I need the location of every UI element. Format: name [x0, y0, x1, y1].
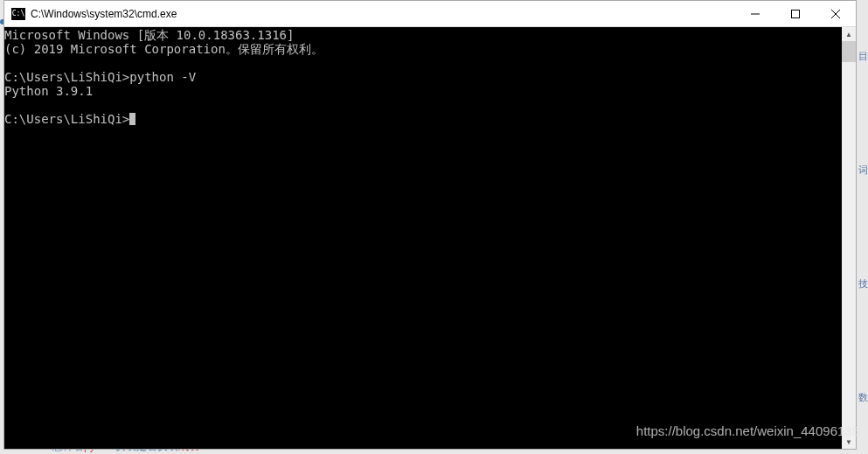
- hint-1: 词: [858, 164, 868, 177]
- cmd-window: C:\ C:\Windows\system32\cmd.exe Microsof…: [3, 0, 857, 450]
- background-right-hints: 目 词 技 数: [858, 0, 868, 454]
- maximize-icon: [791, 10, 800, 18]
- scroll-down-button[interactable]: ▼: [842, 435, 856, 449]
- console-line-4: C:\Users\LiShiQi>python -V: [4, 70, 196, 84]
- hint-0: 目: [858, 50, 868, 63]
- minimize-button[interactable]: [735, 1, 775, 26]
- console-wrap: Microsoft Windows [版本 10.0.18363.1316] (…: [4, 27, 856, 449]
- cursor: [129, 113, 135, 125]
- minimize-icon: [751, 10, 760, 18]
- scroll-up-button[interactable]: ▲: [842, 27, 856, 41]
- console-output[interactable]: Microsoft Windows [版本 10.0.18363.1316] (…: [4, 27, 842, 449]
- console-line-2: (c) 2019 Microsoft Corporation。保留所有权利。: [4, 42, 323, 56]
- maximize-button[interactable]: [775, 1, 816, 26]
- vertical-scrollbar[interactable]: ▲ ▼: [842, 27, 856, 449]
- scroll-thumb[interactable]: [842, 41, 856, 62]
- console-line-7: C:\Users\LiShiQi>: [4, 112, 129, 126]
- titlebar[interactable]: C:\ C:\Windows\system32\cmd.exe: [4, 1, 856, 27]
- console-line-5: Python 3.9.1: [4, 84, 93, 98]
- cmd-icon: C:\: [11, 8, 25, 20]
- window-controls: [735, 1, 856, 26]
- hint-3: 数: [858, 391, 868, 404]
- console-line-1: Microsoft Windows [版本 10.0.18363.1316]: [4, 28, 294, 42]
- close-icon: [831, 10, 840, 18]
- cmd-icon-label: C:\: [12, 10, 24, 17]
- hint-2: 技: [858, 277, 868, 290]
- close-button[interactable]: [816, 1, 856, 26]
- window-title: C:\Windows\system32\cmd.exe: [31, 8, 735, 20]
- svg-rect-1: [792, 10, 800, 17]
